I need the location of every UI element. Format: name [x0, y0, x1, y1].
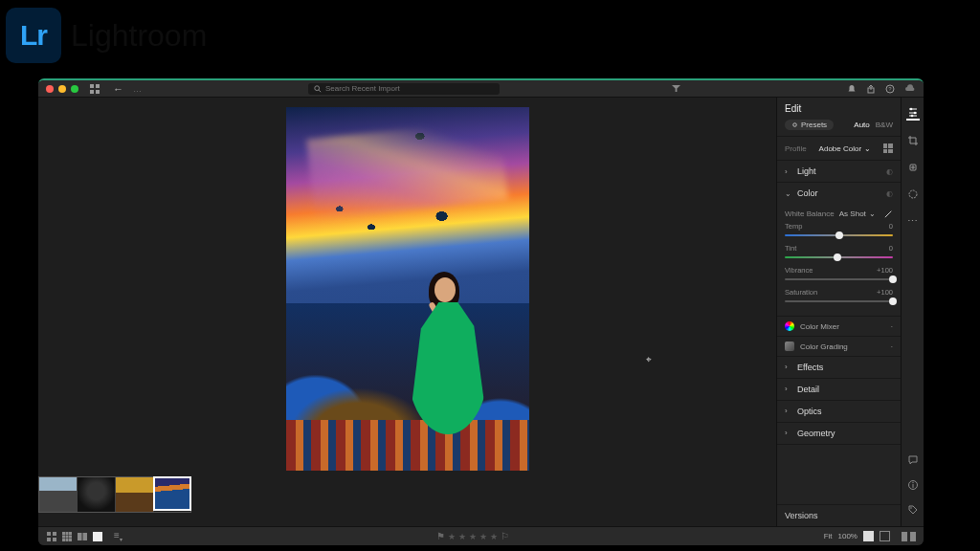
chevron-down-icon: ⌄: [869, 209, 876, 218]
filmstrip-toggle-icon[interactable]: [902, 532, 916, 541]
svg-rect-31: [69, 532, 72, 535]
saturation-slider[interactable]: Saturation+100: [785, 288, 893, 304]
lightroom-app-icon: Lr: [6, 8, 61, 63]
section-geometry[interactable]: ›Geometry: [777, 423, 901, 444]
search-icon: [314, 85, 322, 93]
svg-text:?: ?: [888, 86, 892, 92]
thumbnail-selected[interactable]: [153, 476, 191, 511]
minimize-window-icon[interactable]: [58, 85, 66, 93]
filter-icon[interactable]: [672, 84, 680, 93]
bw-button[interactable]: B&W: [876, 121, 893, 129]
profile-browse-icon[interactable]: [883, 143, 893, 153]
section-optics[interactable]: ›Optics: [777, 401, 901, 422]
keywords-icon[interactable]: [906, 503, 920, 517]
close-window-icon[interactable]: [46, 85, 54, 93]
app-window: ← … ? ⌖: [38, 78, 924, 545]
grid-zoom-icon[interactable]: [863, 531, 874, 541]
edit-panel-title: Edit: [785, 103, 801, 114]
comment-icon[interactable]: [906, 453, 920, 467]
svg-rect-3: [96, 90, 100, 94]
brand-logo-area: Lr Lightroom: [6, 8, 207, 63]
presets-button[interactable]: Presets: [785, 120, 834, 130]
auto-button[interactable]: Auto: [854, 121, 869, 129]
svg-rect-37: [69, 539, 72, 541]
sort-icon[interactable]: ≡▾: [114, 530, 122, 542]
help-icon[interactable]: ?: [885, 84, 895, 94]
svg-rect-25: [47, 532, 51, 536]
svg-rect-38: [78, 533, 82, 540]
svg-rect-30: [65, 532, 68, 535]
zoom-value[interactable]: 100%: [838, 532, 858, 540]
filmstrip-thumbnails: [38, 476, 191, 513]
temp-slider[interactable]: Temp0: [785, 222, 893, 238]
flag-reject-icon[interactable]: ⚐: [501, 531, 509, 541]
section-color[interactable]: ⌄Color ◐: [777, 183, 901, 204]
masking-icon[interactable]: [906, 187, 920, 201]
info-icon[interactable]: [906, 478, 920, 492]
svg-rect-2: [90, 90, 94, 94]
white-balance-label: White Balance: [785, 209, 835, 218]
back-button[interactable]: ←: [113, 83, 123, 95]
chevron-down-icon: ⌄: [864, 144, 871, 153]
svg-point-24: [910, 507, 912, 509]
search-input[interactable]: [325, 84, 494, 93]
section-light[interactable]: ›Light ◐: [777, 161, 901, 182]
search-bar[interactable]: [308, 83, 500, 95]
fit-label[interactable]: Fit: [824, 532, 833, 540]
svg-point-20: [909, 190, 917, 198]
svg-point-10: [793, 123, 797, 127]
rating-widget[interactable]: ⚑ ★★★★★ ⚐: [436, 531, 509, 541]
visibility-toggle-icon[interactable]: ◐: [886, 189, 893, 198]
star-icon[interactable]: ★: [479, 532, 487, 541]
star-icon[interactable]: ★: [469, 532, 477, 541]
thumbnail[interactable]: [39, 477, 78, 512]
versions-button[interactable]: Versions: [777, 504, 901, 526]
main-photo[interactable]: [286, 107, 529, 471]
edit-sliders-icon[interactable]: [906, 107, 920, 121]
svg-rect-0: [90, 84, 94, 88]
eyedropper-icon[interactable]: [884, 209, 893, 218]
svg-rect-1: [96, 84, 100, 88]
star-icon[interactable]: ★: [458, 532, 466, 541]
mouse-cursor-icon: ⌖: [646, 354, 652, 365]
star-icon[interactable]: ★: [490, 532, 498, 541]
cloud-sync-icon[interactable]: [904, 84, 916, 94]
color-grading-row[interactable]: Color Grading ·: [777, 336, 901, 356]
photo-grid-icon[interactable]: [90, 84, 100, 94]
share-icon[interactable]: [866, 84, 876, 94]
view-photogrid-icon[interactable]: [46, 531, 56, 541]
profile-picker[interactable]: Adobe Color⌄: [819, 144, 871, 153]
svg-rect-32: [62, 535, 65, 538]
vibrance-slider[interactable]: Vibrance+100: [785, 266, 893, 282]
tint-slider[interactable]: Tint0: [785, 244, 893, 260]
lightroom-product-name: Lightroom: [71, 18, 207, 54]
flag-pick-icon[interactable]: ⚑: [436, 531, 445, 541]
svg-line-5: [319, 90, 321, 92]
crop-icon[interactable]: [906, 134, 920, 147]
svg-rect-27: [47, 538, 51, 541]
canvas-area[interactable]: ⌖: [38, 98, 776, 526]
thumbnail[interactable]: [78, 477, 116, 512]
svg-rect-35: [62, 539, 65, 541]
view-detail-icon[interactable]: [92, 531, 102, 541]
color-mixer-row[interactable]: Color Mixer ·: [777, 316, 901, 336]
thumbnail[interactable]: [116, 477, 154, 512]
view-compare-icon[interactable]: [77, 531, 87, 541]
white-balance-picker[interactable]: As Shot ⌄: [839, 209, 876, 218]
titlebar: ← … ?: [38, 80, 924, 98]
notifications-icon[interactable]: [847, 84, 857, 94]
view-squaregrid-icon[interactable]: [61, 531, 72, 541]
svg-rect-39: [82, 533, 87, 540]
single-zoom-icon[interactable]: [880, 531, 890, 541]
healing-icon[interactable]: [906, 161, 920, 174]
star-icon[interactable]: ★: [448, 532, 456, 541]
expand-icon: ·: [891, 322, 893, 331]
section-effects[interactable]: ›Effects: [777, 357, 901, 378]
more-icon[interactable]: ⋯: [906, 214, 920, 228]
visibility-toggle-icon[interactable]: ◐: [886, 167, 893, 176]
expand-icon: ·: [891, 342, 893, 351]
maximize-window-icon[interactable]: [71, 85, 78, 93]
svg-rect-33: [65, 535, 68, 538]
svg-point-16: [910, 115, 913, 118]
section-detail[interactable]: ›Detail: [777, 379, 901, 400]
